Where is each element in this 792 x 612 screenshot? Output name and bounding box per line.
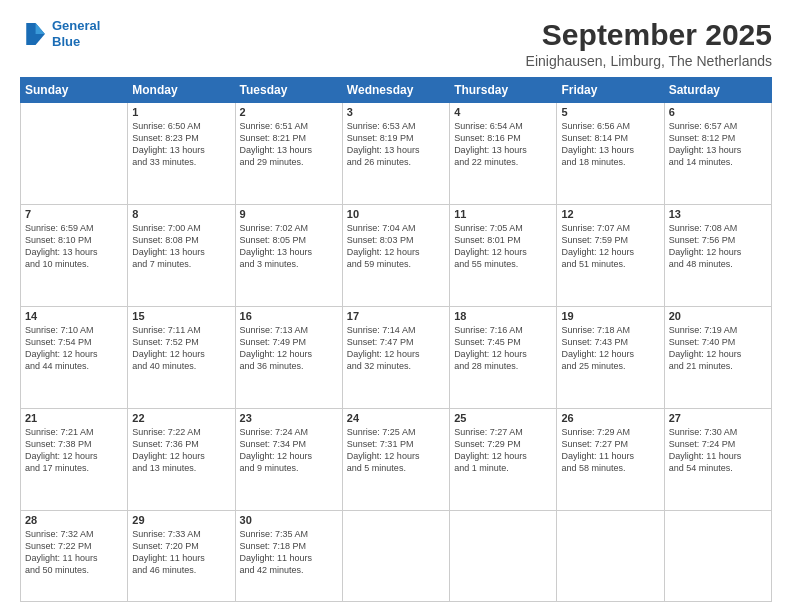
day-cell: 4Sunrise: 6:54 AM Sunset: 8:16 PM Daylig… (450, 103, 557, 205)
day-cell: 13Sunrise: 7:08 AM Sunset: 7:56 PM Dayli… (664, 205, 771, 307)
day-info: Sunrise: 7:22 AM Sunset: 7:36 PM Dayligh… (132, 426, 230, 475)
day-number: 24 (347, 412, 445, 424)
subtitle: Einighausen, Limburg, The Netherlands (526, 53, 772, 69)
day-number: 22 (132, 412, 230, 424)
calendar-table: Sunday Monday Tuesday Wednesday Thursday… (20, 77, 772, 602)
day-info: Sunrise: 7:16 AM Sunset: 7:45 PM Dayligh… (454, 324, 552, 373)
day-cell: 25Sunrise: 7:27 AM Sunset: 7:29 PM Dayli… (450, 409, 557, 511)
day-cell (664, 511, 771, 602)
day-info: Sunrise: 7:24 AM Sunset: 7:34 PM Dayligh… (240, 426, 338, 475)
day-number: 17 (347, 310, 445, 322)
main-title: September 2025 (526, 18, 772, 51)
day-info: Sunrise: 7:21 AM Sunset: 7:38 PM Dayligh… (25, 426, 123, 475)
day-cell: 18Sunrise: 7:16 AM Sunset: 7:45 PM Dayli… (450, 307, 557, 409)
day-number: 25 (454, 412, 552, 424)
day-number: 26 (561, 412, 659, 424)
logo-line1: General (52, 18, 100, 33)
day-info: Sunrise: 7:29 AM Sunset: 7:27 PM Dayligh… (561, 426, 659, 475)
day-info: Sunrise: 7:14 AM Sunset: 7:47 PM Dayligh… (347, 324, 445, 373)
day-cell: 8Sunrise: 7:00 AM Sunset: 8:08 PM Daylig… (128, 205, 235, 307)
day-number: 18 (454, 310, 552, 322)
day-info: Sunrise: 7:25 AM Sunset: 7:31 PM Dayligh… (347, 426, 445, 475)
day-info: Sunrise: 6:56 AM Sunset: 8:14 PM Dayligh… (561, 120, 659, 169)
day-cell (21, 103, 128, 205)
day-info: Sunrise: 6:54 AM Sunset: 8:16 PM Dayligh… (454, 120, 552, 169)
day-number: 11 (454, 208, 552, 220)
day-number: 12 (561, 208, 659, 220)
day-cell: 9Sunrise: 7:02 AM Sunset: 8:05 PM Daylig… (235, 205, 342, 307)
day-info: Sunrise: 7:33 AM Sunset: 7:20 PM Dayligh… (132, 528, 230, 577)
page: General Blue September 2025 Einighausen,… (0, 0, 792, 612)
day-number: 28 (25, 514, 123, 526)
day-cell: 28Sunrise: 7:32 AM Sunset: 7:22 PM Dayli… (21, 511, 128, 602)
day-cell: 30Sunrise: 7:35 AM Sunset: 7:18 PM Dayli… (235, 511, 342, 602)
day-cell: 5Sunrise: 6:56 AM Sunset: 8:14 PM Daylig… (557, 103, 664, 205)
col-friday: Friday (557, 78, 664, 103)
day-number: 1 (132, 106, 230, 118)
day-cell: 1Sunrise: 6:50 AM Sunset: 8:23 PM Daylig… (128, 103, 235, 205)
day-number: 10 (347, 208, 445, 220)
week-row-2: 7Sunrise: 6:59 AM Sunset: 8:10 PM Daylig… (21, 205, 772, 307)
logo-line2: Blue (52, 34, 80, 49)
day-cell: 27Sunrise: 7:30 AM Sunset: 7:24 PM Dayli… (664, 409, 771, 511)
day-number: 16 (240, 310, 338, 322)
day-number: 23 (240, 412, 338, 424)
day-cell: 11Sunrise: 7:05 AM Sunset: 8:01 PM Dayli… (450, 205, 557, 307)
day-info: Sunrise: 7:35 AM Sunset: 7:18 PM Dayligh… (240, 528, 338, 577)
col-saturday: Saturday (664, 78, 771, 103)
day-cell: 7Sunrise: 6:59 AM Sunset: 8:10 PM Daylig… (21, 205, 128, 307)
week-row-3: 14Sunrise: 7:10 AM Sunset: 7:54 PM Dayli… (21, 307, 772, 409)
day-info: Sunrise: 6:51 AM Sunset: 8:21 PM Dayligh… (240, 120, 338, 169)
day-number: 19 (561, 310, 659, 322)
col-sunday: Sunday (21, 78, 128, 103)
week-row-5: 28Sunrise: 7:32 AM Sunset: 7:22 PM Dayli… (21, 511, 772, 602)
day-number: 20 (669, 310, 767, 322)
day-info: Sunrise: 7:18 AM Sunset: 7:43 PM Dayligh… (561, 324, 659, 373)
day-cell: 16Sunrise: 7:13 AM Sunset: 7:49 PM Dayli… (235, 307, 342, 409)
day-cell (557, 511, 664, 602)
day-cell: 15Sunrise: 7:11 AM Sunset: 7:52 PM Dayli… (128, 307, 235, 409)
day-info: Sunrise: 7:04 AM Sunset: 8:03 PM Dayligh… (347, 222, 445, 271)
day-number: 5 (561, 106, 659, 118)
day-number: 9 (240, 208, 338, 220)
day-info: Sunrise: 7:00 AM Sunset: 8:08 PM Dayligh… (132, 222, 230, 271)
day-info: Sunrise: 7:19 AM Sunset: 7:40 PM Dayligh… (669, 324, 767, 373)
day-number: 6 (669, 106, 767, 118)
col-monday: Monday (128, 78, 235, 103)
day-cell: 17Sunrise: 7:14 AM Sunset: 7:47 PM Dayli… (342, 307, 449, 409)
day-info: Sunrise: 7:30 AM Sunset: 7:24 PM Dayligh… (669, 426, 767, 475)
day-info: Sunrise: 7:11 AM Sunset: 7:52 PM Dayligh… (132, 324, 230, 373)
day-cell: 12Sunrise: 7:07 AM Sunset: 7:59 PM Dayli… (557, 205, 664, 307)
day-cell: 6Sunrise: 6:57 AM Sunset: 8:12 PM Daylig… (664, 103, 771, 205)
day-number: 7 (25, 208, 123, 220)
day-cell: 19Sunrise: 7:18 AM Sunset: 7:43 PM Dayli… (557, 307, 664, 409)
day-info: Sunrise: 7:27 AM Sunset: 7:29 PM Dayligh… (454, 426, 552, 475)
day-info: Sunrise: 7:02 AM Sunset: 8:05 PM Dayligh… (240, 222, 338, 271)
day-info: Sunrise: 6:50 AM Sunset: 8:23 PM Dayligh… (132, 120, 230, 169)
day-cell: 22Sunrise: 7:22 AM Sunset: 7:36 PM Dayli… (128, 409, 235, 511)
day-info: Sunrise: 7:08 AM Sunset: 7:56 PM Dayligh… (669, 222, 767, 271)
day-number: 21 (25, 412, 123, 424)
col-tuesday: Tuesday (235, 78, 342, 103)
day-info: Sunrise: 7:07 AM Sunset: 7:59 PM Dayligh… (561, 222, 659, 271)
day-number: 29 (132, 514, 230, 526)
logo: General Blue (20, 18, 100, 49)
day-number: 4 (454, 106, 552, 118)
day-info: Sunrise: 7:32 AM Sunset: 7:22 PM Dayligh… (25, 528, 123, 577)
day-info: Sunrise: 6:57 AM Sunset: 8:12 PM Dayligh… (669, 120, 767, 169)
day-info: Sunrise: 7:05 AM Sunset: 8:01 PM Dayligh… (454, 222, 552, 271)
day-number: 14 (25, 310, 123, 322)
day-cell: 3Sunrise: 6:53 AM Sunset: 8:19 PM Daylig… (342, 103, 449, 205)
day-cell: 10Sunrise: 7:04 AM Sunset: 8:03 PM Dayli… (342, 205, 449, 307)
title-block: September 2025 Einighausen, Limburg, The… (526, 18, 772, 69)
day-info: Sunrise: 6:59 AM Sunset: 8:10 PM Dayligh… (25, 222, 123, 271)
day-cell: 14Sunrise: 7:10 AM Sunset: 7:54 PM Dayli… (21, 307, 128, 409)
week-row-1: 1Sunrise: 6:50 AM Sunset: 8:23 PM Daylig… (21, 103, 772, 205)
day-info: Sunrise: 7:10 AM Sunset: 7:54 PM Dayligh… (25, 324, 123, 373)
header: General Blue September 2025 Einighausen,… (20, 18, 772, 69)
day-cell (342, 511, 449, 602)
day-cell (450, 511, 557, 602)
week-row-4: 21Sunrise: 7:21 AM Sunset: 7:38 PM Dayli… (21, 409, 772, 511)
day-number: 2 (240, 106, 338, 118)
day-cell: 2Sunrise: 6:51 AM Sunset: 8:21 PM Daylig… (235, 103, 342, 205)
